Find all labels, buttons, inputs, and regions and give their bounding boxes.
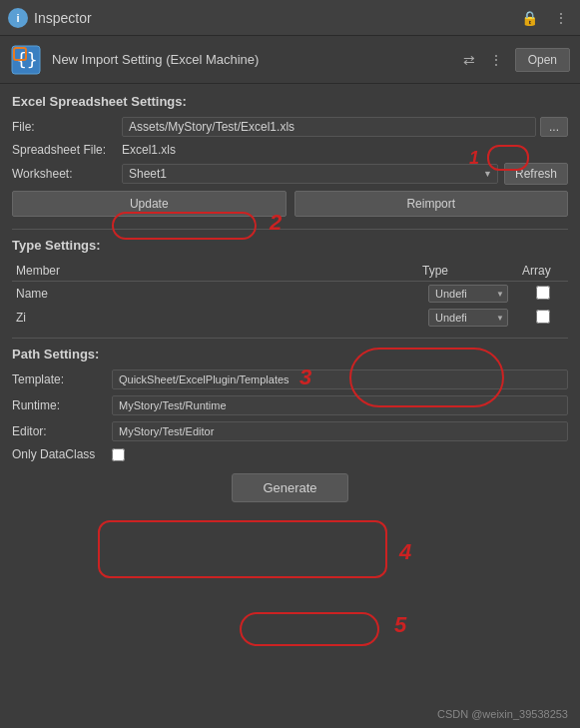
asset-header: {} New Import Setting (Excel Machine) ⇄ …	[0, 36, 580, 84]
member-name: Name	[12, 282, 418, 307]
dataclass-checkbox[interactable]	[112, 448, 125, 461]
table-row: Name Undefi	[12, 282, 568, 307]
annotation-5: 5	[394, 612, 406, 638]
type-name: Undefi	[418, 282, 518, 307]
template-label: Template:	[12, 372, 112, 386]
action-row: Update Reimport	[12, 191, 568, 217]
array-checkbox-name[interactable]	[536, 286, 550, 300]
array-name	[518, 282, 568, 307]
type-zi: Undefi	[418, 306, 518, 330]
editor-label: Editor:	[12, 424, 112, 438]
type-select-zi[interactable]: Undefi	[428, 309, 508, 327]
col-type: Type	[418, 261, 518, 282]
excel-section-title: Excel Spreadsheet Settings:	[12, 94, 568, 109]
template-input[interactable]	[112, 369, 568, 389]
file-input[interactable]	[122, 117, 536, 137]
divider-1	[12, 229, 568, 230]
dataclass-row: Only DataClass	[12, 447, 568, 461]
lock-button[interactable]: 🔒	[517, 8, 542, 28]
generate-row: Generate	[12, 473, 568, 502]
worksheet-select-wrapper: Sheet1 Sheet2	[122, 164, 498, 184]
col-member: Member	[12, 261, 418, 282]
main-content: Excel Spreadsheet Settings: File: ... Sp…	[0, 84, 580, 520]
title-bar: i Inspector 🔒 ⋮	[0, 0, 580, 36]
title-bar-controls: 🔒 ⋮	[517, 8, 572, 28]
col-array: Array	[518, 261, 568, 282]
file-label: File:	[12, 120, 122, 134]
asset-title: New Import Setting (Excel Machine)	[52, 52, 459, 67]
menu-button[interactable]: ⋮	[550, 8, 572, 28]
worksheet-select[interactable]: Sheet1 Sheet2	[122, 164, 498, 184]
header-icons: ⇄ ⋮	[459, 50, 507, 70]
inspector-title: Inspector	[34, 10, 92, 26]
header-menu-btn[interactable]: ⋮	[485, 50, 507, 70]
table-row: Zi Undefi	[12, 306, 568, 330]
generate-button[interactable]: Generate	[232, 473, 347, 502]
path-section-title: Path Settings:	[12, 347, 568, 362]
runtime-input[interactable]	[112, 395, 568, 415]
settings-icon-btn[interactable]: ⇄	[459, 50, 479, 70]
spreadsheet-value: Excel1.xls	[122, 143, 176, 157]
editor-row: Editor:	[12, 421, 568, 441]
runtime-label: Runtime:	[12, 398, 112, 412]
type-select-wrapper-2: Undefi	[428, 309, 508, 327]
template-row: Template:	[12, 369, 568, 389]
array-checkbox-zi[interactable]	[536, 310, 550, 324]
type-table: Member Type Array Name Undefi	[12, 261, 568, 330]
footer: CSDN @weixin_39538253	[437, 708, 568, 720]
file-row: File: ...	[12, 117, 568, 137]
worksheet-label: Worksheet:	[12, 167, 122, 181]
member-zi: Zi	[12, 306, 418, 330]
annotation-circle-4	[98, 520, 387, 578]
runtime-row: Runtime:	[12, 395, 568, 415]
asset-icon: {}	[10, 44, 42, 76]
open-button[interactable]: Open	[515, 48, 570, 72]
info-icon: i	[8, 8, 28, 28]
editor-input[interactable]	[112, 421, 568, 441]
array-zi	[518, 306, 568, 330]
reimport-button[interactable]: Reimport	[294, 191, 569, 217]
update-button[interactable]: Update	[12, 191, 287, 217]
worksheet-row: Worksheet: Sheet1 Sheet2 Refresh	[12, 163, 568, 185]
browse-button[interactable]: ...	[540, 117, 568, 137]
spreadsheet-row: Spreadsheet File: Excel1.xls	[12, 143, 568, 157]
type-section-title: Type Settings:	[12, 238, 568, 253]
refresh-button[interactable]: Refresh	[504, 163, 568, 185]
type-select-wrapper-1: Undefi	[428, 285, 508, 303]
annotation-circle-5	[240, 612, 379, 646]
dataclass-label: Only DataClass	[12, 447, 112, 461]
type-select-name[interactable]: Undefi	[428, 285, 508, 303]
spreadsheet-label: Spreadsheet File:	[12, 143, 122, 157]
annotation-4: 4	[399, 539, 411, 565]
divider-2	[12, 338, 568, 339]
